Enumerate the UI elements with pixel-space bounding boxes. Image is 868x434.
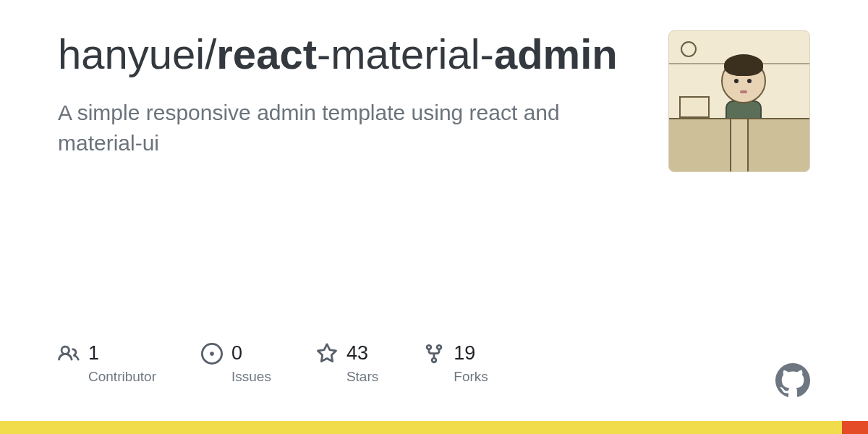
- stats-row: 1 Contributor 0 Issues 43 Stars 19 Forks: [58, 342, 488, 385]
- repo-owner[interactable]: hanyuei: [58, 30, 205, 77]
- stat-label: Contributor: [88, 369, 156, 385]
- language-segment-primary: [0, 421, 842, 434]
- repo-description: A simple responsive admin template using…: [58, 98, 564, 158]
- language-bar: [0, 421, 868, 434]
- stat-issues[interactable]: 0 Issues: [201, 342, 271, 385]
- repo-name-part-3[interactable]: admin: [494, 30, 618, 77]
- stat-label: Forks: [454, 369, 488, 385]
- stat-count: 19: [454, 342, 475, 365]
- stat-label: Issues: [231, 369, 271, 385]
- stat-count: 43: [346, 342, 368, 365]
- issue-icon: [201, 343, 223, 365]
- stat-forks[interactable]: 19 Forks: [423, 342, 488, 385]
- stat-count: 1: [88, 342, 99, 365]
- star-icon: [316, 343, 338, 365]
- avatar[interactable]: [668, 30, 810, 172]
- repo-name-part-2[interactable]: -material-: [317, 30, 494, 77]
- stat-label: Stars: [346, 369, 378, 385]
- language-segment-accent: [842, 421, 868, 434]
- fork-icon: [423, 343, 445, 365]
- repo-name-part-1[interactable]: react: [216, 30, 317, 77]
- github-logo-icon[interactable]: [775, 363, 810, 398]
- stat-stars[interactable]: 43 Stars: [316, 342, 378, 385]
- stat-count: 0: [231, 342, 242, 365]
- path-separator: /: [205, 30, 216, 77]
- repo-title: hanyuei/react-material-admin: [58, 30, 622, 79]
- stat-contributors[interactable]: 1 Contributor: [58, 342, 156, 385]
- people-icon: [58, 343, 80, 365]
